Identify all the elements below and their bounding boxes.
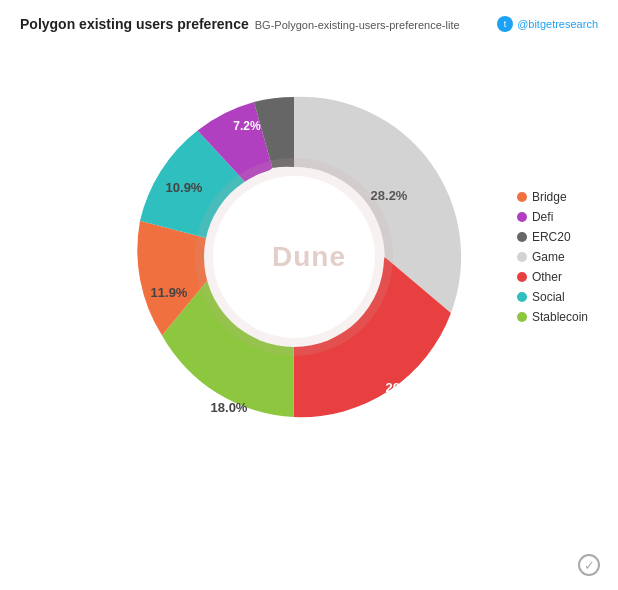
donut-chart: 28.2% 20.8% 18.0% 11.9% 10.9% 7.2% — [119, 52, 499, 462]
label-bridge: 11.9% — [151, 285, 188, 300]
legend-dot-social — [517, 292, 527, 302]
twitter-icon: t — [497, 16, 513, 32]
label-stablecoin: 18.0% — [211, 400, 248, 415]
header: Polygon existing users preference BG-Pol… — [20, 16, 598, 32]
chart-area: 28.2% 20.8% 18.0% 11.9% 10.9% 7.2% Dune … — [20, 42, 598, 472]
page-container: Polygon existing users preference BG-Pol… — [0, 0, 618, 590]
legend-label-other: Other — [532, 270, 562, 284]
legend-label-erc20: ERC20 — [532, 230, 571, 244]
legend-dot-other — [517, 272, 527, 282]
donut-wrapper: 28.2% 20.8% 18.0% 11.9% 10.9% 7.2% Dune — [109, 42, 509, 472]
label-other: 20.8% — [386, 380, 423, 395]
legend: BridgeDefiERC20GameOtherSocialStablecoin — [517, 190, 588, 324]
legend-dot-erc20 — [517, 232, 527, 242]
legend-dot-game — [517, 252, 527, 262]
legend-label-social: Social — [532, 290, 565, 304]
label-defi: 7.2% — [233, 119, 261, 133]
legend-label-stablecoin: Stablecoin — [532, 310, 588, 324]
legend-dot-bridge — [517, 192, 527, 202]
legend-item-bridge: Bridge — [517, 190, 588, 204]
check-badge: ✓ — [578, 554, 600, 576]
legend-item-defi: Defi — [517, 210, 588, 224]
title-block: Polygon existing users preference BG-Pol… — [20, 16, 487, 32]
chart-subtitle: BG-Polygon-existing-users-preference-lit… — [255, 19, 460, 31]
label-game: 28.2% — [371, 188, 408, 203]
legend-dot-defi — [517, 212, 527, 222]
legend-label-defi: Defi — [532, 210, 553, 224]
legend-label-bridge: Bridge — [532, 190, 567, 204]
legend-label-game: Game — [532, 250, 565, 264]
legend-item-social: Social — [517, 290, 588, 304]
twitter-badge: t @bitgetresearch — [497, 16, 598, 32]
label-social: 10.9% — [166, 180, 203, 195]
legend-item-game: Game — [517, 250, 588, 264]
legend-dot-stablecoin — [517, 312, 527, 322]
legend-item-stablecoin: Stablecoin — [517, 310, 588, 324]
legend-item-other: Other — [517, 270, 588, 284]
chart-title: Polygon existing users preference — [20, 16, 249, 32]
legend-item-erc20: ERC20 — [517, 230, 588, 244]
twitter-handle: @bitgetresearch — [517, 18, 598, 30]
